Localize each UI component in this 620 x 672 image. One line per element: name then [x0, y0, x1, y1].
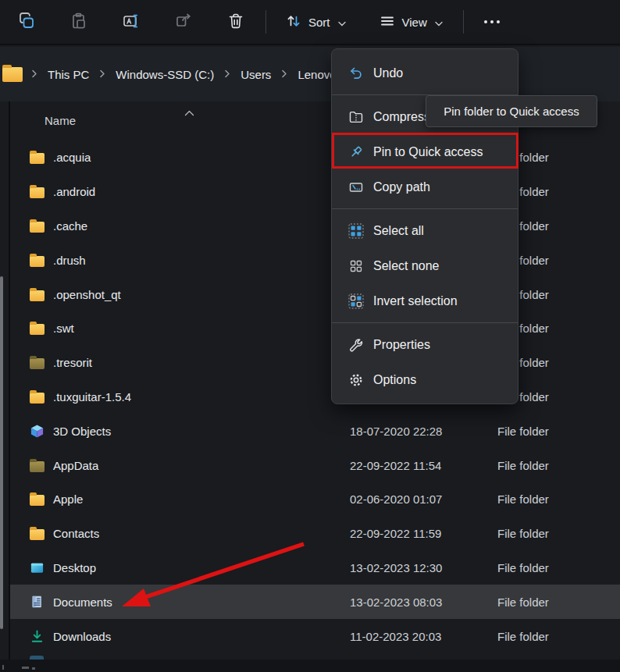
sort-button[interactable]: Sort [277, 6, 354, 38]
folder-olive-icon [30, 461, 45, 472]
file-name: Downloads [53, 630, 111, 643]
menu-item-invert-selection[interactable]: Invert selection [332, 283, 518, 318]
file-row[interactable]: Downloads 11-02-2023 20:03 File folder [10, 619, 620, 653]
breadcrumb-item-this-pc[interactable]: This PC [46, 65, 91, 84]
file-row[interactable]: Apple 02-06-2020 01:07 File folder [10, 482, 620, 517]
chevron-right-icon [281, 67, 287, 81]
file-row[interactable]: .tresorit File folder [10, 346, 620, 380]
menu-item-copy-path[interactable]: Copy path [332, 169, 518, 204]
rename-button[interactable] [114, 6, 148, 37]
file-name: .drush [53, 254, 86, 267]
file-type: File folder [487, 596, 620, 609]
file-row[interactable]: .acquia File folder [10, 140, 620, 175]
chevron-right-icon [31, 67, 37, 81]
menu-item-label: Copy path [373, 180, 430, 194]
chevron-up-icon [184, 105, 194, 119]
file-row[interactable]: .drush File folder [10, 243, 620, 277]
file-row[interactable]: AppData 22-09-2022 11:54 File folder [10, 448, 620, 482]
invert-selection-icon [348, 293, 364, 309]
menu-item-properties[interactable]: Properties [332, 327, 518, 362]
menu-separator [332, 322, 518, 323]
file-row[interactable]: 3D Objects 18-07-2020 22:28 File folder [10, 414, 620, 448]
file-date: 13-02-2023 08:03 [340, 596, 487, 609]
column-header-name[interactable]: Name [45, 114, 76, 127]
more-options-button[interactable] [475, 6, 509, 37]
share-button[interactable] [166, 6, 201, 37]
file-date: 13-02-2023 12:30 [340, 561, 487, 574]
clipped-status-text-fragment [2, 665, 4, 670]
delete-button[interactable] [219, 6, 253, 37]
copy-button[interactable] [9, 6, 44, 37]
toolbar-divider [463, 10, 464, 34]
chevron-right-icon [224, 67, 230, 81]
file-row[interactable]: .tuxguitar-1.5.4 File folder [10, 380, 620, 414]
file-name: .android [53, 185, 95, 198]
file-type: File folder [487, 561, 620, 574]
file-row[interactable]: Contacts 22-09-2022 11:59 File folder [10, 517, 620, 551]
clipped-status-text-fragment [22, 667, 29, 669]
file-type: File folder [487, 527, 620, 540]
paste-button[interactable] [62, 6, 96, 37]
sort-button-label: Sort [308, 16, 330, 29]
rename-icon [122, 12, 141, 33]
chevron-down-icon [338, 16, 346, 29]
file-name: .tuxguitar-1.5.4 [53, 390, 131, 404]
paste-icon [69, 12, 88, 33]
file-date: 22-09-2022 11:59 [340, 527, 487, 540]
folder-icon [30, 529, 45, 540]
folder-icon [30, 187, 45, 198]
desktop-icon [29, 560, 45, 575]
cube-icon [29, 423, 45, 439]
file-name: .cache [53, 219, 87, 233]
view-button[interactable]: View [371, 6, 451, 38]
file-name: .acquia [53, 151, 91, 164]
command-toolbar: Sort View [0, 0, 620, 45]
file-list: .acquia File folder .android File folder… [10, 140, 620, 653]
file-row[interactable]: .openshot_qt File folder [10, 277, 620, 311]
breadcrumb-item-users[interactable]: Users [239, 65, 273, 84]
menu-item-select-none[interactable]: Select none [332, 248, 518, 283]
breadcrumb: This PC Windows-SSD (C:) Users Lenovo [0, 47, 620, 101]
toolbar-divider [265, 10, 266, 34]
document-icon [29, 594, 45, 610]
file-row-documents-selected[interactable]: Documents 13-02-2023 08:03 File folder [10, 585, 620, 619]
menu-item-label: Options [373, 373, 416, 387]
menu-item-label: Undo [373, 66, 403, 80]
view-list-icon [379, 12, 396, 32]
file-name: AppData [53, 459, 98, 472]
folder-icon [30, 495, 45, 506]
file-name: Apple [53, 492, 83, 506]
download-icon [29, 628, 45, 644]
breadcrumb-item-drive[interactable]: Windows-SSD (C:) [114, 65, 216, 84]
file-name: .tresorit [53, 356, 92, 369]
properties-icon [348, 337, 364, 353]
file-row[interactable]: Desktop 13-02-2023 12:30 File folder [10, 551, 620, 585]
status-bar [0, 660, 620, 672]
menu-separator [332, 208, 518, 209]
file-row[interactable]: .cache File folder [10, 209, 620, 244]
nav-pane-scrollbar[interactable] [0, 276, 3, 629]
file-date: 11-02-2023 20:03 [340, 630, 487, 643]
folder-icon [30, 153, 45, 164]
select-all-icon [348, 223, 364, 239]
menu-item-label: Invert selection [373, 294, 458, 308]
folder-icon [30, 222, 45, 233]
file-explorer-window: Sort View This PC Windows-SSD (C:) [0, 0, 620, 672]
chevron-down-icon [435, 16, 443, 29]
folder-icon [30, 290, 45, 301]
file-row[interactable]: .android File folder [10, 175, 620, 209]
menu-item-label: Select none [373, 259, 440, 273]
file-type: File folder [487, 630, 620, 643]
share-icon [174, 12, 193, 33]
tooltip: Pin folder to Quick access [426, 95, 597, 127]
menu-item-label: Select all [373, 224, 424, 238]
annotation-highlight-box [332, 133, 518, 169]
menu-item-select-all[interactable]: Select all [332, 213, 518, 248]
file-name: 3D Objects [53, 425, 111, 438]
menu-item-undo[interactable]: Undo [332, 55, 518, 91]
file-row[interactable]: .swt File folder [10, 311, 620, 346]
menu-item-options[interactable]: Options [332, 362, 518, 397]
copy-icon [17, 12, 36, 33]
file-name: Desktop [53, 561, 96, 574]
file-name: Documents [53, 596, 112, 609]
